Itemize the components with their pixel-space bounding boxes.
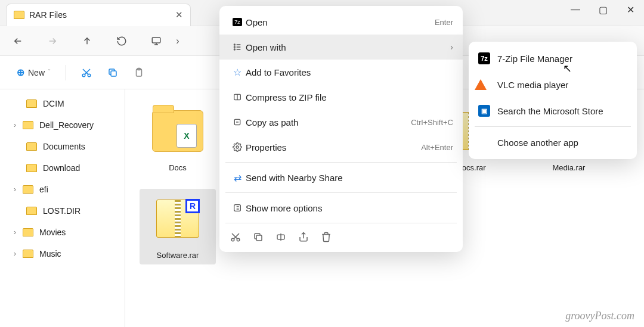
sidebar-item-movies[interactable]: ›Movies <box>0 222 125 243</box>
delete-action[interactable] <box>321 232 332 245</box>
separator <box>225 192 457 193</box>
sidebar: DCIM ›Dell_Recovery Documents Download ›… <box>0 89 125 327</box>
chevron-right-icon: › <box>11 121 19 129</box>
zip-icon <box>229 92 246 102</box>
file-label: Software.rar <box>140 248 216 264</box>
window-controls: — ▢ ✕ <box>562 0 644 19</box>
separator <box>475 126 631 127</box>
folder-icon <box>14 11 24 19</box>
sevenzip-icon: 7z <box>478 52 490 64</box>
vlc-icon <box>475 79 487 90</box>
openwith-vlc[interactable]: VLC media player <box>469 71 637 98</box>
store-icon: ▣ <box>478 105 490 117</box>
copy-action[interactable] <box>253 232 264 245</box>
folder-icon <box>23 185 33 194</box>
file-item-software-rar[interactable]: R Software.rar <box>140 189 216 264</box>
pc-icon[interactable] <box>149 34 163 48</box>
svg-point-13 <box>231 238 234 241</box>
blank-icon <box>478 136 490 148</box>
cut-action[interactable] <box>230 232 241 245</box>
sidebar-item-download[interactable]: Download <box>0 157 125 179</box>
plus-icon: ⊕ <box>17 67 24 78</box>
close-tab-icon[interactable]: ✕ <box>175 11 183 19</box>
refresh-button[interactable] <box>114 34 129 48</box>
up-button[interactable] <box>80 34 94 48</box>
app-icon: 7z <box>229 18 246 26</box>
menu-more-options[interactable]: Show more options <box>219 195 463 220</box>
window-tab[interactable]: RAR Files ✕ <box>6 4 191 26</box>
copy-button[interactable] <box>102 67 123 78</box>
file-label: Docs <box>140 161 216 177</box>
close-button[interactable]: ✕ <box>617 0 644 19</box>
file-item-docs-folder[interactable]: X Docs <box>140 101 216 177</box>
svg-rect-12 <box>234 205 241 211</box>
open-with-submenu: 7z 7-Zip File Manager VLC media player ▣… <box>469 42 637 159</box>
menu-open[interactable]: 7z Open Enter <box>219 10 463 35</box>
back-button[interactable] <box>11 34 25 48</box>
paste-button[interactable] <box>128 67 150 78</box>
menu-open-with[interactable]: Open with › <box>219 35 463 60</box>
sidebar-item-dell-recovery[interactable]: ›Dell_Recovery <box>0 114 125 136</box>
folder-icon <box>26 207 37 215</box>
folder-icon <box>23 121 33 129</box>
nearby-icon: ⇄ <box>229 172 246 183</box>
sidebar-item-efi[interactable]: ›efi <box>0 179 125 200</box>
cut-button[interactable] <box>76 67 97 78</box>
chevron-right-icon: › <box>11 228 19 236</box>
openwith-store[interactable]: ▣ Search the Microsoft Store <box>469 98 637 124</box>
svg-rect-15 <box>256 235 262 241</box>
svg-rect-3 <box>111 71 116 76</box>
svg-point-14 <box>237 238 240 241</box>
svg-point-1 <box>83 74 86 77</box>
separator <box>66 65 66 80</box>
tab-title: RAR Files <box>29 10 175 20</box>
folder-icon <box>26 164 37 172</box>
separator <box>225 223 457 223</box>
folder-icon <box>26 99 37 108</box>
star-icon: ☆ <box>229 67 246 78</box>
separator <box>225 162 457 163</box>
svg-point-8 <box>234 49 235 50</box>
sidebar-item-documents[interactable]: Documents <box>0 136 125 157</box>
svg-point-2 <box>88 74 91 77</box>
menu-properties[interactable]: Properties Alt+Enter <box>219 135 463 160</box>
svg-point-6 <box>234 44 235 45</box>
svg-point-7 <box>234 46 235 48</box>
file-label: Media.rar <box>531 161 607 177</box>
watermark: groovyPost.com <box>565 310 634 322</box>
menu-nearby-share[interactable]: ⇄ Send with Nearby Share <box>219 165 463 190</box>
folder-icon <box>26 142 37 151</box>
chevron-right-icon: › <box>450 42 453 52</box>
context-menu: 7z Open Enter Open with › ☆ Add to Favor… <box>219 6 463 252</box>
forward-button[interactable] <box>45 34 60 48</box>
minimize-button[interactable]: — <box>562 0 589 19</box>
sidebar-item-dcim[interactable]: DCIM <box>0 93 125 114</box>
menu-compress[interactable]: Compress to ZIP file <box>219 85 463 110</box>
quick-actions <box>219 226 463 248</box>
breadcrumb-chevron-icon[interactable]: › <box>171 34 185 48</box>
folder-icon <box>23 228 33 236</box>
share-action[interactable] <box>298 232 309 245</box>
maximize-button[interactable]: ▢ <box>589 0 617 19</box>
new-button[interactable]: ⊕ New ˇ <box>11 63 56 82</box>
chevron-right-icon: › <box>11 185 19 194</box>
chevron-down-icon: ˇ <box>48 69 50 76</box>
svg-rect-0 <box>152 38 160 43</box>
openwith-7zip[interactable]: 7z 7-Zip File Manager <box>469 45 637 71</box>
folder-icon <box>23 250 33 258</box>
rename-action[interactable] <box>275 232 286 245</box>
open-with-icon <box>229 42 246 52</box>
properties-icon <box>229 142 246 152</box>
sidebar-item-music[interactable]: ›Music <box>0 243 125 264</box>
rar-icon: R <box>156 200 199 238</box>
chevron-right-icon: › <box>11 250 19 258</box>
new-label: New <box>28 68 45 77</box>
svg-point-11 <box>236 146 239 148</box>
menu-copy-path[interactable]: Copy as path Ctrl+Shift+C <box>219 110 463 135</box>
more-icon <box>229 203 246 213</box>
sidebar-item-lostdir[interactable]: LOST.DIR <box>0 200 125 222</box>
folder-icon: X <box>152 110 203 152</box>
copy-path-icon <box>229 117 246 127</box>
menu-favorites[interactable]: ☆ Add to Favorites <box>219 60 463 85</box>
openwith-another[interactable]: Choose another app <box>469 129 637 155</box>
